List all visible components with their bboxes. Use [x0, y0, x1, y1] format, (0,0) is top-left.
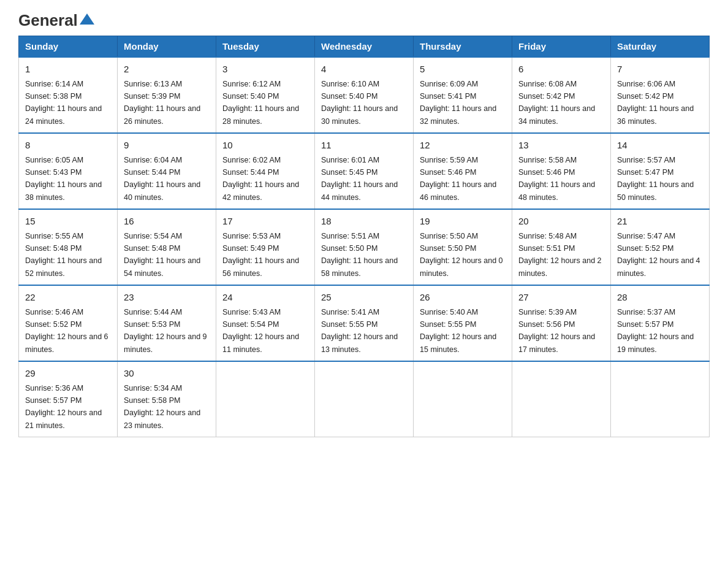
calendar-cell: 20 Sunrise: 5:48 AMSunset: 5:51 PMDaylig… [512, 209, 611, 285]
day-number: 11 [321, 139, 407, 153]
day-number: 6 [518, 63, 604, 77]
day-info: Sunrise: 6:08 AMSunset: 5:42 PMDaylight:… [518, 80, 595, 126]
calendar-cell: 6 Sunrise: 6:08 AMSunset: 5:42 PMDayligh… [512, 57, 611, 133]
weekday-header-thursday: Thursday [414, 36, 512, 58]
day-info: Sunrise: 5:46 AMSunset: 5:52 PMDaylight:… [25, 308, 108, 354]
logo-text-general: General [18, 12, 78, 28]
calendar-cell: 13 Sunrise: 5:58 AMSunset: 5:46 PMDaylig… [512, 133, 611, 209]
calendar-cell: 16 Sunrise: 5:54 AMSunset: 5:48 PMDaylig… [118, 209, 216, 285]
calendar-cell: 17 Sunrise: 5:53 AMSunset: 5:49 PMDaylig… [216, 209, 315, 285]
day-info: Sunrise: 5:50 AMSunset: 5:50 PMDaylight:… [420, 232, 503, 278]
logo: General [18, 12, 96, 29]
day-info: Sunrise: 5:59 AMSunset: 5:46 PMDaylight:… [420, 156, 496, 202]
calendar-cell: 21 Sunrise: 5:47 AMSunset: 5:52 PMDaylig… [611, 209, 710, 285]
day-info: Sunrise: 5:43 AMSunset: 5:54 PMDaylight:… [222, 308, 299, 354]
weekday-header-tuesday: Tuesday [216, 36, 315, 58]
day-info: Sunrise: 6:14 AMSunset: 5:38 PMDaylight:… [25, 80, 102, 126]
day-number: 17 [222, 215, 308, 229]
day-info: Sunrise: 5:34 AMSunset: 5:58 PMDaylight:… [124, 384, 200, 430]
day-info: Sunrise: 6:01 AMSunset: 5:45 PMDaylight:… [321, 156, 398, 202]
day-info: Sunrise: 6:13 AMSunset: 5:39 PMDaylight:… [124, 80, 200, 126]
day-number: 3 [222, 63, 308, 77]
weekday-header-row: SundayMondayTuesdayWednesdayThursdayFrid… [19, 36, 710, 58]
calendar-cell [611, 361, 710, 437]
calendar-cell: 15 Sunrise: 5:55 AMSunset: 5:48 PMDaylig… [19, 209, 118, 285]
day-number: 1 [25, 63, 111, 77]
day-number: 28 [617, 291, 703, 305]
calendar-cell [512, 361, 611, 437]
day-info: Sunrise: 6:04 AMSunset: 5:44 PMDaylight:… [124, 156, 200, 202]
calendar-cell: 22 Sunrise: 5:46 AMSunset: 5:52 PMDaylig… [19, 285, 118, 361]
calendar-week-row: 8 Sunrise: 6:05 AMSunset: 5:43 PMDayligh… [19, 133, 710, 209]
day-info: Sunrise: 6:12 AMSunset: 5:40 PMDaylight:… [222, 80, 299, 126]
day-info: Sunrise: 5:58 AMSunset: 5:46 PMDaylight:… [518, 156, 595, 202]
calendar-table: SundayMondayTuesdayWednesdayThursdayFrid… [18, 36, 710, 437]
day-number: 7 [617, 63, 703, 77]
calendar-cell: 5 Sunrise: 6:09 AMSunset: 5:41 PMDayligh… [414, 57, 512, 133]
day-number: 10 [222, 139, 308, 153]
calendar-cell: 2 Sunrise: 6:13 AMSunset: 5:39 PMDayligh… [118, 57, 216, 133]
day-info: Sunrise: 5:48 AMSunset: 5:51 PMDaylight:… [518, 232, 602, 278]
day-info: Sunrise: 5:53 AMSunset: 5:49 PMDaylight:… [222, 232, 299, 278]
day-number: 5 [420, 63, 506, 77]
day-number: 20 [518, 215, 604, 229]
day-number: 25 [321, 291, 407, 305]
day-info: Sunrise: 5:36 AMSunset: 5:57 PMDaylight:… [25, 384, 102, 430]
calendar-cell: 19 Sunrise: 5:50 AMSunset: 5:50 PMDaylig… [414, 209, 512, 285]
day-number: 9 [124, 139, 210, 153]
calendar-cell: 12 Sunrise: 5:59 AMSunset: 5:46 PMDaylig… [414, 133, 512, 209]
day-info: Sunrise: 5:54 AMSunset: 5:48 PMDaylight:… [124, 232, 200, 278]
calendar-cell: 10 Sunrise: 6:02 AMSunset: 5:44 PMDaylig… [216, 133, 315, 209]
day-number: 23 [124, 291, 210, 305]
svg-marker-0 [80, 13, 94, 25]
weekday-header-sunday: Sunday [19, 36, 118, 58]
calendar-cell: 18 Sunrise: 5:51 AMSunset: 5:50 PMDaylig… [315, 209, 414, 285]
day-number: 24 [222, 291, 308, 305]
day-info: Sunrise: 5:40 AMSunset: 5:55 PMDaylight:… [420, 308, 496, 354]
day-info: Sunrise: 5:55 AMSunset: 5:48 PMDaylight:… [25, 232, 102, 278]
calendar-cell: 25 Sunrise: 5:41 AMSunset: 5:55 PMDaylig… [315, 285, 414, 361]
day-info: Sunrise: 6:10 AMSunset: 5:40 PMDaylight:… [321, 80, 398, 126]
calendar-week-row: 29 Sunrise: 5:36 AMSunset: 5:57 PMDaylig… [19, 361, 710, 437]
day-number: 12 [420, 139, 506, 153]
day-number: 27 [518, 291, 604, 305]
day-info: Sunrise: 5:39 AMSunset: 5:56 PMDaylight:… [518, 308, 595, 354]
day-number: 8 [25, 139, 111, 153]
calendar-cell: 23 Sunrise: 5:44 AMSunset: 5:53 PMDaylig… [118, 285, 216, 361]
weekday-header-wednesday: Wednesday [315, 36, 414, 58]
weekday-header-saturday: Saturday [611, 36, 710, 58]
calendar-cell: 8 Sunrise: 6:05 AMSunset: 5:43 PMDayligh… [19, 133, 118, 209]
day-number: 15 [25, 215, 111, 229]
weekday-header-friday: Friday [512, 36, 611, 58]
calendar-cell: 1 Sunrise: 6:14 AMSunset: 5:38 PMDayligh… [19, 57, 118, 133]
logo-icon [78, 11, 96, 28]
calendar-cell [216, 361, 315, 437]
calendar-cell: 28 Sunrise: 5:37 AMSunset: 5:57 PMDaylig… [611, 285, 710, 361]
day-info: Sunrise: 6:09 AMSunset: 5:41 PMDaylight:… [420, 80, 496, 126]
calendar-cell: 29 Sunrise: 5:36 AMSunset: 5:57 PMDaylig… [19, 361, 118, 437]
day-number: 29 [25, 367, 111, 381]
calendar-cell: 4 Sunrise: 6:10 AMSunset: 5:40 PMDayligh… [315, 57, 414, 133]
calendar-cell: 30 Sunrise: 5:34 AMSunset: 5:58 PMDaylig… [118, 361, 216, 437]
day-info: Sunrise: 5:44 AMSunset: 5:53 PMDaylight:… [124, 308, 207, 354]
day-info: Sunrise: 6:02 AMSunset: 5:44 PMDaylight:… [222, 156, 299, 202]
day-number: 2 [124, 63, 210, 77]
day-number: 30 [124, 367, 210, 381]
day-number: 13 [518, 139, 604, 153]
day-number: 21 [617, 215, 703, 229]
page-header: General [18, 12, 710, 29]
calendar-cell: 14 Sunrise: 5:57 AMSunset: 5:47 PMDaylig… [611, 133, 710, 209]
day-info: Sunrise: 6:06 AMSunset: 5:42 PMDaylight:… [617, 80, 694, 126]
calendar-cell: 7 Sunrise: 6:06 AMSunset: 5:42 PMDayligh… [611, 57, 710, 133]
calendar-cell [315, 361, 414, 437]
weekday-header-monday: Monday [118, 36, 216, 58]
day-info: Sunrise: 6:05 AMSunset: 5:43 PMDaylight:… [25, 156, 102, 202]
day-number: 16 [124, 215, 210, 229]
calendar-cell: 24 Sunrise: 5:43 AMSunset: 5:54 PMDaylig… [216, 285, 315, 361]
day-info: Sunrise: 5:37 AMSunset: 5:57 PMDaylight:… [617, 308, 694, 354]
day-info: Sunrise: 5:57 AMSunset: 5:47 PMDaylight:… [617, 156, 694, 202]
day-info: Sunrise: 5:41 AMSunset: 5:55 PMDaylight:… [321, 308, 398, 354]
day-number: 18 [321, 215, 407, 229]
calendar-week-row: 15 Sunrise: 5:55 AMSunset: 5:48 PMDaylig… [19, 209, 710, 285]
calendar-cell: 27 Sunrise: 5:39 AMSunset: 5:56 PMDaylig… [512, 285, 611, 361]
